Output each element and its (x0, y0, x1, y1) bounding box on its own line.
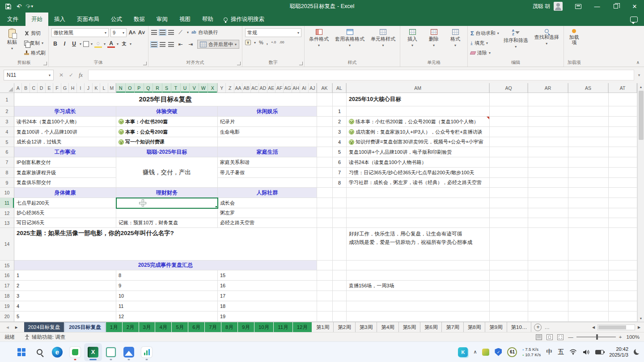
cell[interactable]: 17 (218, 291, 317, 301)
cell[interactable] (609, 93, 637, 106)
column-header-N[interactable]: N (116, 83, 126, 93)
column-header-W[interactable]: W (199, 83, 208, 93)
cell[interactable] (490, 117, 528, 127)
cell[interactable]: 19 (218, 311, 317, 322)
insert-cells-button[interactable]: 插入▾ (403, 28, 422, 49)
cell[interactable]: IP创富私教交付 (14, 157, 116, 168)
cell[interactable] (609, 178, 637, 188)
cell[interactable] (347, 311, 490, 322)
column-header-Y[interactable]: Y (218, 83, 226, 93)
cell[interactable] (490, 168, 528, 178)
sheet-tab-9月[interactable]: 9月 (238, 322, 254, 332)
evernote-button[interactable] (66, 343, 84, 361)
cell[interactable]: 记账：预算10万，财务复盘 (116, 218, 218, 228)
cell[interactable]: 身体健康 (14, 188, 116, 198)
cell[interactable]: 4 (14, 301, 116, 311)
accessibility-status[interactable]: 辅助功能: 调查 (25, 334, 65, 341)
horizontal-scrollbar[interactable]: ◀ ▶ (590, 322, 644, 332)
cell[interactable] (490, 228, 528, 261)
cut-button[interactable]: 剪切 (24, 29, 46, 37)
cell[interactable] (528, 127, 568, 137)
zoom-out-button[interactable]: — (568, 334, 573, 340)
row-header-3[interactable]: 3 (0, 117, 14, 127)
column-header-C[interactable]: C (30, 83, 38, 93)
cell[interactable] (528, 228, 568, 261)
cell[interactable] (528, 198, 568, 208)
sheet-nav-right-arrow[interactable]: ▸ (15, 324, 18, 330)
cell[interactable] (609, 157, 637, 168)
cell[interactable] (528, 106, 568, 117)
cell[interactable]: 必经之路天空营 (218, 218, 317, 228)
sheet-tab-第10…[interactable]: 第10… (507, 322, 532, 332)
number-format-combo[interactable]: 常规▾ (245, 28, 301, 37)
network-speed[interactable]: 7.5 K/s 10.7 K/s (522, 347, 541, 358)
cell[interactable] (568, 106, 609, 117)
column-header-AK[interactable]: AK (317, 83, 332, 93)
tab-数据[interactable]: 数据 (128, 13, 151, 26)
cell[interactable] (347, 218, 490, 228)
undo-button[interactable]: ↶▾ (17, 3, 20, 10)
cell[interactable] (490, 137, 528, 147)
cell[interactable]: 体验突破 (116, 106, 218, 117)
format-as-table-button[interactable]: 套用表格格式▾ (333, 28, 366, 49)
cell[interactable] (347, 301, 490, 311)
cell[interactable] (347, 198, 490, 208)
volume-icon[interactable] (582, 349, 590, 355)
zoom-slider[interactable] (576, 337, 616, 337)
alignment-dialog-launcher[interactable] (237, 62, 241, 65)
cell[interactable]: 习惯：日记365天/抄心经365天/七点早起200天/散步100天 (347, 168, 490, 178)
cell[interactable] (490, 147, 528, 157)
cell[interactable]: 学习社群：成长会，粥左罗，读书（经典），必经之路天空营 (347, 178, 490, 188)
cell[interactable] (347, 188, 490, 198)
cell[interactable] (317, 157, 333, 168)
cell[interactable] (333, 291, 347, 301)
scroll-down-arrow[interactable]: ▼ (640, 315, 643, 321)
align-top-icon[interactable] (151, 30, 157, 35)
cell[interactable]: 带儿子暑假 (218, 168, 317, 178)
night-mode-icon[interactable] (634, 349, 640, 355)
fill-handle[interactable] (215, 206, 217, 208)
sheet-tab-12月[interactable]: 12月 (293, 322, 312, 332)
cell[interactable]: 15 (218, 270, 317, 281)
cell[interactable] (609, 218, 637, 228)
align-left-icon[interactable] (151, 42, 157, 47)
wifi-icon[interactable] (569, 349, 577, 355)
zoom-level[interactable]: 100% (627, 334, 640, 340)
column-header-AJ[interactable]: AJ (309, 83, 317, 93)
clear-button[interactable]: 清除▾ (470, 49, 499, 57)
decrease-font-button[interactable]: A˅ (138, 29, 145, 37)
ribbon-display-options-button[interactable] (569, 0, 588, 13)
percent-button[interactable]: % (259, 40, 263, 45)
fill-color-button[interactable]: ◌ (94, 40, 102, 48)
cancel-entry-button[interactable]: ✕ (59, 72, 64, 78)
sheet-tab-第4周[interactable]: 第4周 (377, 322, 398, 332)
cell[interactable]: 写日记365天 (14, 218, 116, 228)
sheet-tab-10月[interactable]: 10月 (254, 322, 273, 332)
tab-帮助[interactable]: 帮助 (196, 13, 219, 26)
cell[interactable]: 成功案例：复盘家族10人+IP3人），公众号专栏+直播访谈 (347, 127, 490, 137)
cell[interactable]: 家庭生活 (218, 147, 317, 157)
cell[interactable] (333, 270, 347, 281)
cell[interactable] (609, 168, 637, 178)
cell[interactable]: 7 (333, 168, 347, 178)
cell[interactable]: 学习成长 (14, 106, 116, 117)
cell[interactable] (490, 198, 528, 208)
sheet-tab-第9周[interactable]: 第9周 (485, 322, 507, 332)
taskbar-search-button[interactable] (30, 343, 48, 361)
zoom-slider-thumb[interactable] (596, 334, 598, 340)
cell[interactable] (528, 281, 568, 291)
cell[interactable] (568, 218, 609, 228)
row-header-13[interactable]: 13 (0, 218, 14, 228)
tell-me-search[interactable]: 操作说明搜索 (224, 13, 264, 26)
sheet-tab-11月[interactable]: 11月 (274, 322, 292, 332)
sheet-tab-1月[interactable]: 1月 (106, 322, 122, 332)
cell[interactable] (528, 188, 568, 198)
save-icon[interactable] (5, 4, 11, 9)
cell[interactable]: 聪聪-2025年目标 (116, 147, 218, 157)
cell[interactable]: 10 (116, 291, 218, 301)
column-header-AL[interactable]: AL (333, 83, 346, 93)
cell[interactable]: 家庭关系和谐 (218, 157, 317, 168)
column-header-I[interactable]: I (77, 83, 85, 93)
cell[interactable] (609, 228, 637, 261)
cell[interactable]: 5 (333, 147, 347, 157)
